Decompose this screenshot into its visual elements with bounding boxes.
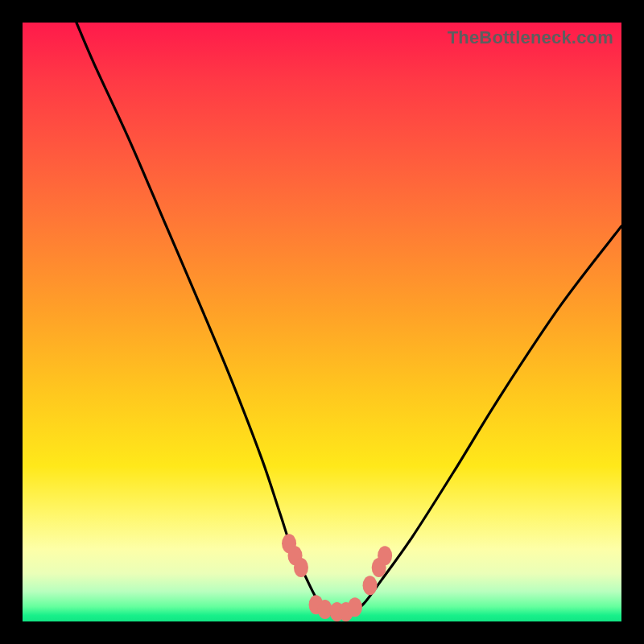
bottleneck-curve bbox=[76, 23, 621, 616]
watermark-text: TheBottleneck.com bbox=[448, 27, 613, 48]
marker-dot bbox=[378, 546, 392, 565]
marker-dot bbox=[294, 558, 308, 577]
chart-frame: TheBottleneck.com bbox=[0, 0, 644, 644]
chart-svg bbox=[23, 23, 621, 621]
plot-area: TheBottleneck.com bbox=[23, 23, 621, 621]
marker-dot bbox=[363, 576, 378, 595]
near-optimum-markers bbox=[282, 534, 392, 621]
marker-dot bbox=[348, 597, 362, 617]
